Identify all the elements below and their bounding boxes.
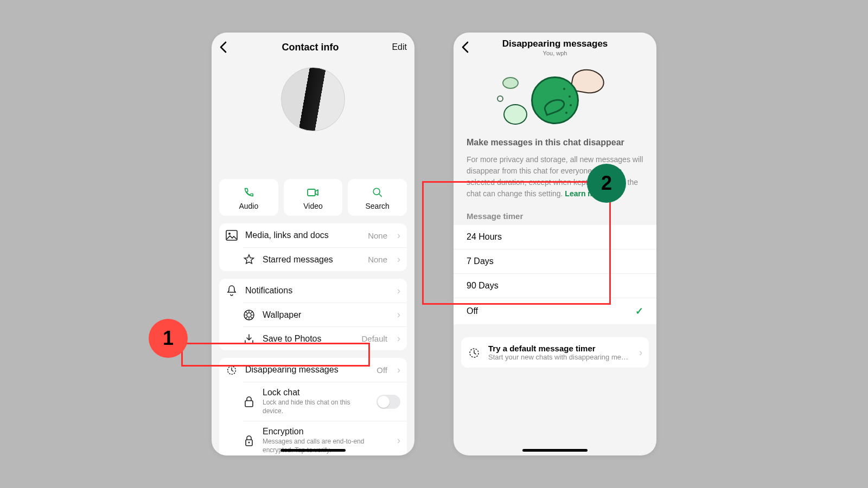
timer-option-label: 7 Days — [467, 256, 494, 266]
svg-line-2 — [379, 194, 381, 197]
disappearing-header: Disappearing messages You, wph — [454, 33, 656, 62]
message-timer-label: Message timer — [454, 205, 656, 225]
media-group: Media, links and docs None › Starred mes… — [219, 223, 407, 271]
default-timer-sub: Start your new chats with disappearing m… — [488, 353, 631, 361]
settings-group: Notifications › Wallpaper › Save to Phot… — [219, 279, 407, 350]
contact-info-screen: Contact info Edit Audio Video Search — [212, 33, 414, 455]
save-photos-label: Save to Photos — [263, 334, 354, 344]
video-label: Video — [303, 202, 323, 210]
timer-option-off[interactable]: Off ✓ — [454, 298, 656, 324]
check-icon: ✓ — [635, 305, 643, 317]
timer-option-24h[interactable]: 24 Hours — [454, 225, 656, 249]
chevron-right-icon: › — [397, 309, 400, 320]
media-value: None — [368, 231, 387, 240]
timer-option-label: Off — [467, 306, 478, 316]
wallpaper-row[interactable]: Wallpaper › — [243, 303, 407, 326]
svg-point-6 — [247, 313, 251, 317]
video-call-button[interactable]: Video — [284, 179, 343, 216]
chevron-right-icon: › — [397, 285, 400, 297]
default-timer-title: Try a default message timer — [488, 344, 631, 353]
svg-rect-3 — [226, 230, 237, 240]
timer-option-label: 24 Hours — [467, 232, 502, 242]
chevron-right-icon: › — [639, 347, 642, 358]
disappearing-label: Disappearing messages — [245, 365, 369, 375]
contact-avatar[interactable] — [281, 67, 345, 131]
home-indicator — [522, 449, 588, 452]
notifications-label: Notifications — [245, 286, 387, 296]
chevron-right-icon: › — [397, 230, 400, 241]
home-indicator — [280, 449, 346, 452]
save-photos-value: Default — [361, 334, 387, 343]
message-timer-list: 24 Hours 7 Days 90 Days Off ✓ — [454, 225, 656, 324]
download-icon — [243, 333, 255, 345]
wallpaper-icon — [243, 309, 255, 321]
disappearing-messages-row[interactable]: Disappearing messages Off › — [219, 358, 407, 382]
search-label: Search — [366, 202, 390, 210]
back-button[interactable] — [461, 41, 477, 53]
default-timer-card[interactable]: Try a default message timer Start your n… — [461, 337, 649, 368]
chevron-right-icon: › — [397, 435, 400, 446]
chevron-right-icon: › — [397, 364, 400, 376]
media-links-docs-row[interactable]: Media, links and docs None › — [219, 223, 407, 247]
star-icon — [243, 254, 255, 266]
back-button[interactable] — [219, 41, 235, 53]
title-text: Disappearing messages — [502, 38, 608, 49]
search-icon — [372, 187, 384, 198]
timer-option-7d[interactable]: 7 Days — [454, 249, 656, 273]
privacy-group: Disappearing messages Off › Lock chat Lo… — [219, 358, 407, 455]
phone-icon — [242, 187, 254, 198]
svg-rect-8 — [245, 401, 253, 407]
disappearing-messages-screen: Disappearing messages You, wph Make mess… — [454, 33, 656, 455]
bell-icon — [226, 285, 238, 297]
svg-rect-0 — [308, 189, 315, 196]
image-icon — [226, 230, 238, 241]
timer-icon — [226, 364, 238, 376]
svg-point-10 — [248, 441, 250, 443]
starred-messages-row[interactable]: Starred messages None › — [243, 247, 407, 271]
chevron-right-icon: › — [397, 254, 400, 265]
chevron-right-icon: › — [397, 333, 400, 344]
step-badge-1: 1 — [149, 319, 188, 358]
page-title: Contact info — [235, 42, 385, 53]
disappearing-value: Off — [376, 365, 387, 375]
lock-icon — [243, 396, 255, 408]
step-badge-2: 2 — [587, 164, 626, 203]
lock-label: Lock chat — [263, 388, 369, 397]
timer-icon — [468, 346, 481, 359]
starred-label: Starred messages — [263, 255, 360, 265]
title-sub: You, wph — [543, 50, 567, 56]
encryption-label: Encryption — [263, 427, 387, 436]
action-buttons: Audio Video Search — [212, 131, 414, 223]
encryption-icon — [243, 435, 255, 447]
description-block: Make messages in this chat disappear For… — [454, 136, 656, 205]
lock-chat-row[interactable]: Lock chat Lock and hide this chat on thi… — [243, 382, 407, 421]
search-button[interactable]: Search — [348, 179, 407, 216]
edit-button[interactable]: Edit — [385, 42, 407, 52]
media-label: Media, links and docs — [245, 230, 360, 240]
timer-option-90d[interactable]: 90 Days — [454, 273, 656, 298]
video-icon — [307, 187, 320, 198]
page-title: Disappearing messages You, wph — [477, 38, 633, 56]
contact-info-header: Contact info Edit — [212, 33, 414, 62]
svg-point-4 — [228, 233, 231, 235]
audio-label: Audio — [239, 202, 258, 210]
save-photos-row[interactable]: Save to Photos Default › — [243, 326, 407, 350]
description-heading: Make messages in this chat disappear — [467, 138, 643, 147]
starred-value: None — [368, 255, 387, 264]
notifications-row[interactable]: Notifications › — [219, 279, 407, 303]
lock-chat-toggle[interactable] — [376, 395, 400, 409]
wallpaper-label: Wallpaper — [263, 310, 387, 320]
audio-call-button[interactable]: Audio — [219, 179, 278, 216]
encryption-sub: Messages and calls are end-to-end encryp… — [263, 438, 387, 454]
hero-illustration — [454, 65, 656, 136]
lock-sub: Lock and hide this chat on this device. — [263, 399, 369, 415]
timer-option-label: 90 Days — [467, 281, 499, 291]
